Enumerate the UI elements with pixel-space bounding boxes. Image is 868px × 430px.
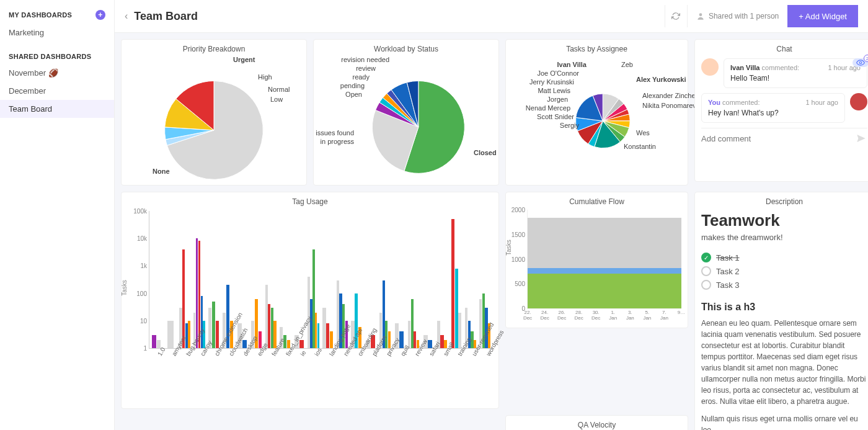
y-tick: 1000 [512, 256, 528, 262]
description-h3: This is a h3 [701, 302, 867, 313]
person-icon [696, 12, 705, 20]
task-row[interactable]: Task 3 [701, 278, 867, 292]
message-author: Ivan Villa commented: [730, 64, 799, 71]
description-paragraph: Aenean eu leo quam. Pellentesque ornare … [701, 318, 867, 407]
chat-message: You commented:1 hour ago Hey Ivan! What'… [701, 93, 867, 123]
bar [268, 304, 270, 348]
y-tick: 1500 [512, 231, 528, 238]
bar [167, 321, 174, 348]
avatar [701, 58, 719, 76]
y-tick: 10 [140, 317, 149, 324]
chat-card: Chat 2 Ivan Villa commented:1 hour ago H… [694, 39, 868, 182]
topbar: ‹ Team Board Shared with 1 person + Add … [115, 0, 868, 33]
card-title: Cumulative Flow [512, 197, 681, 206]
tasks-by-assignee-card: Tasks by Assignee Ivan VillaJoe O'Connor… [505, 39, 688, 186]
pie-slice-label: Open [345, 91, 362, 98]
task-row[interactable]: ✓Task 1 [701, 251, 867, 264]
svg-point-0 [699, 13, 702, 16]
add-widget-button[interactable]: + Add Widget [787, 5, 858, 27]
refresh-button[interactable] [665, 5, 687, 27]
send-icon[interactable] [855, 133, 867, 143]
pie-slice-label: Matt Lewis [538, 87, 570, 94]
card-title: Tasks by Assignee [512, 45, 681, 53]
circle-icon [701, 266, 711, 276]
pie-slice-label: revision needed [341, 56, 389, 63]
message-body: Hey Ivan! What's up? [708, 109, 838, 117]
y-axis-label: Tasks [121, 280, 128, 296]
pie-slice-label: Alex Yurkowski [636, 76, 686, 83]
pie-slice-label: ready [352, 73, 370, 81]
check-icon: ✓ [701, 253, 711, 262]
y-tick: 10k [137, 235, 149, 242]
pie-slice-label: Closed [474, 149, 497, 156]
pie-slice-label: Ivan Villa [557, 61, 587, 68]
my-dashboards-header: MY DASHBOARDS + [0, 5, 114, 24]
pie-slice-label: High [258, 73, 272, 81]
card-title: Workload by Status [320, 45, 492, 53]
sidebar-item[interactable]: Marketing [0, 24, 114, 42]
x-tick: 5.Jan [638, 308, 657, 321]
bar [271, 308, 273, 348]
sidebar-item[interactable]: November 🏈 [0, 64, 114, 82]
bar [299, 340, 304, 348]
pie-slice-label: Jorgen [547, 96, 568, 103]
page-title: Team Board [134, 10, 198, 23]
x-tick: 30.Dec [587, 308, 605, 321]
comment-input[interactable] [701, 134, 855, 143]
sidebar: MY DASHBOARDS + Marketing SHARED DASHBOA… [0, 0, 115, 430]
bar [185, 323, 188, 348]
pie-slice-label: Konstantin [624, 143, 656, 150]
bar [440, 335, 443, 348]
tag-usage-card: Tag Usage Tasks 1101001k10k100k 1.0amyte… [121, 192, 499, 409]
pie-slice-label: Urgent [233, 56, 255, 63]
bar [385, 321, 388, 348]
bar [326, 323, 329, 348]
pie-slice-label: Sergiy [560, 122, 579, 129]
card-title: Tag Usage [128, 197, 492, 206]
x-tick: 26.Dec [552, 308, 571, 321]
pie-slice-label: in progress [321, 138, 354, 145]
y-tick: 1k [140, 262, 149, 269]
shared-with-label: Shared with 1 person [709, 12, 779, 20]
description-paragraph: Nullam quis risus eget urna mollis ornar… [701, 413, 867, 430]
area-segment [528, 218, 681, 267]
x-tick: 28.Dec [570, 308, 588, 321]
pie-slice-label: Wes [636, 129, 650, 137]
watchers-count: 2 [864, 55, 868, 62]
sidebar-item[interactable]: Team Board [0, 100, 114, 118]
x-tick: 9… [672, 308, 691, 316]
add-dashboard-button[interactable]: + [95, 10, 105, 20]
shared-with-button[interactable]: Shared with 1 person [687, 5, 787, 27]
bar [317, 323, 319, 348]
message-author: You commented: [708, 99, 760, 106]
task-row[interactable]: Task 2 [701, 264, 867, 278]
area-segment [528, 274, 681, 308]
bar [212, 302, 215, 348]
x-tick: 7.Jan [655, 308, 673, 321]
pie-slice-label: Low [270, 96, 283, 103]
bar [458, 313, 461, 349]
task-label: Task 3 [716, 280, 740, 290]
pie-slice-label: None [153, 168, 170, 175]
card-title: Chat [701, 45, 867, 53]
avatar [850, 93, 867, 110]
sidebar-item[interactable]: December [0, 82, 114, 100]
chat-message: Ivan Villa commented:1 hour ago Hello Te… [701, 58, 867, 88]
pie-slice-label: Nenad Mercep [526, 104, 570, 112]
bar [152, 335, 156, 348]
refresh-icon [671, 12, 680, 20]
pie-slice-label: Jerry Krusinski [529, 78, 574, 86]
back-chevron-icon[interactable]: ‹ [125, 11, 128, 22]
card-title: Description [701, 197, 867, 206]
x-tick: 3.Jan [621, 308, 639, 321]
y-tick: 2000 [512, 207, 528, 213]
bar [455, 269, 458, 348]
watchers-badge[interactable]: 2 [852, 58, 868, 67]
description-subheading: makes the dreamwork! [701, 233, 867, 242]
message-time: 1 hour ago [805, 99, 838, 106]
y-tick: 100k [133, 208, 149, 215]
bar [322, 308, 326, 348]
bar [182, 249, 185, 348]
pie-slice-label: pending [340, 82, 365, 89]
pie-slice-label: Nikita Ponomarev [642, 102, 696, 109]
